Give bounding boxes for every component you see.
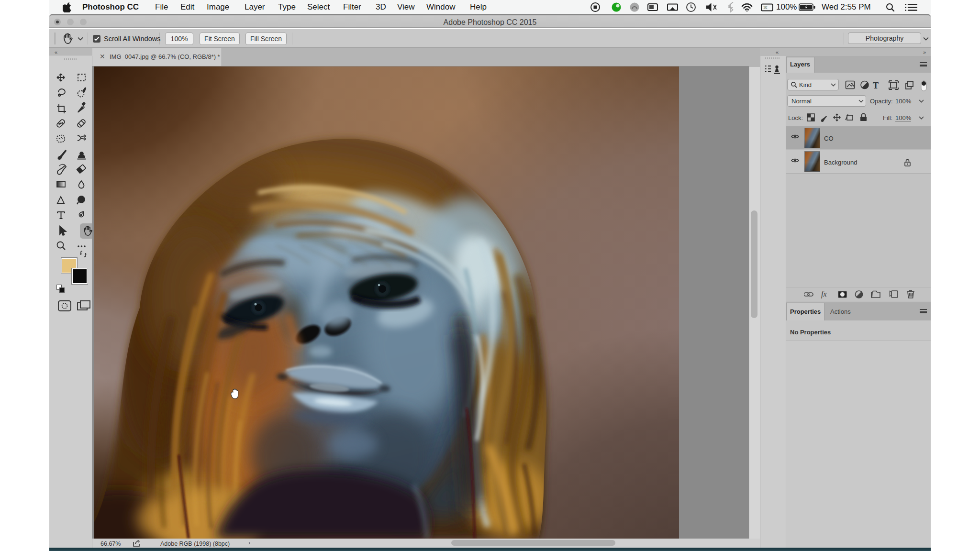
svg-text:fx: fx [821, 290, 827, 298]
svg-text:T: T [873, 81, 879, 90]
svg-text:⌘: ⌘ [763, 5, 768, 10]
